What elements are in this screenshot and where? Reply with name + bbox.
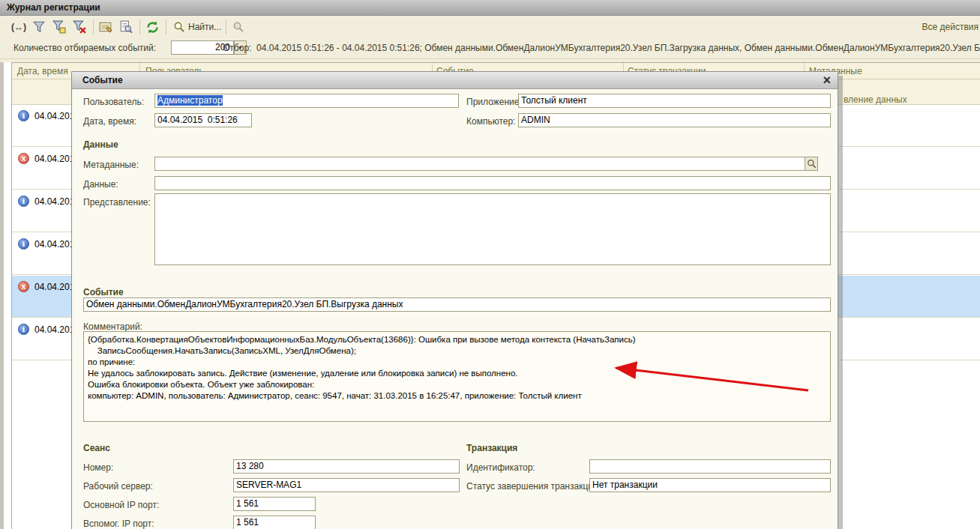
toolbar-separator [166, 19, 166, 34]
grid-left-margin [4, 62, 11, 529]
magnifier-icon [807, 159, 817, 169]
toolbar: (↔) Найти... Все действия [0, 16, 980, 37]
all-actions-button[interactable]: Все действия [922, 22, 979, 32]
application-label: Приложение: [466, 97, 522, 107]
user-value-selected: Администратор [157, 95, 223, 106]
main-port-field[interactable]: 1 561 [233, 497, 316, 511]
transaction-status-field[interactable]: Нет транзакции [589, 478, 831, 492]
transaction-id-field[interactable] [589, 459, 831, 474]
refresh-button[interactable] [144, 19, 160, 34]
funnel-edit-icon [52, 20, 66, 34]
toolbar-separator [226, 19, 226, 34]
transaction-section-header: Транзакция [466, 443, 517, 453]
selection-text: 04.04.2015 0:51:26 - 04.04.2015 0:51:26;… [256, 43, 980, 53]
presentation-label: Представление: [83, 197, 151, 208]
window-titlebar: Журнал регистрации [0, 0, 980, 16]
data-label: Данные: [83, 179, 118, 190]
count-label: Количество отбираемых событий: [13, 43, 156, 53]
comment-field[interactable]: {Обработка.КонвертацияОбъектовИнформацио… [83, 331, 831, 422]
datetime-field[interactable]: 04.04.2015 0:51:26 [154, 113, 252, 127]
transaction-status-label: Статус завершения транзакции: [466, 481, 601, 492]
close-icon[interactable]: × [823, 72, 831, 88]
search-icon [173, 21, 185, 33]
selection-label: Отбор: [223, 43, 251, 53]
refresh-icon [145, 20, 160, 34]
data-field[interactable] [154, 176, 831, 190]
computer-label: Компьютер: [466, 116, 515, 127]
clear-filter-button[interactable] [71, 19, 88, 34]
error-icon: x [18, 281, 29, 292]
server-field[interactable]: SERVER-MAG1 [233, 478, 460, 492]
main-port-label: Основной IP порт: [83, 500, 159, 510]
dialog-title: Событие [82, 75, 123, 85]
transaction-id-label: Идентификатор: [466, 462, 535, 473]
info-icon: i [18, 110, 29, 121]
toolbar-separator [139, 19, 140, 34]
window-title: Журнал регистрации [7, 2, 100, 13]
data-section-header: Данные [83, 139, 118, 150]
funnel-icon [32, 20, 46, 34]
event-section-header: Событие [83, 287, 124, 297]
computer-field[interactable]: ADMIN [518, 113, 831, 127]
funnel-clear-icon [73, 20, 86, 34]
column-header-date[interactable]: Дата, время [17, 66, 68, 76]
interval-icon: (↔) [11, 22, 26, 32]
application-field[interactable]: Толстый клиент [518, 94, 831, 108]
event-field[interactable]: Обмен данными.ОбменДалионУМБухгалтерия20… [83, 297, 831, 312]
card-icon [99, 20, 112, 34]
server-label: Рабочий сервер: [83, 481, 153, 492]
event-settings-button[interactable] [97, 19, 114, 34]
view-button[interactable] [118, 19, 134, 34]
datetime-label: Дата, время: [83, 116, 136, 127]
aux-port-field[interactable]: 1 561 [233, 516, 316, 529]
aux-port-label: Вспомог. IP порт: [83, 519, 154, 529]
session-section-header: Сеанс [83, 443, 110, 453]
selection-summary: Отбор: 04.04.2015 0:51:26 - 04.04.2015 0… [223, 43, 980, 53]
metadata-label: Метаданные: [83, 160, 139, 170]
user-field[interactable]: Администратор [154, 94, 459, 108]
dialog-titlebar: Событие × [72, 72, 838, 89]
document-magnifier-icon [119, 20, 133, 34]
cancel-search-button[interactable] [230, 19, 247, 34]
search-disabled-icon [232, 21, 244, 33]
find-button[interactable]: Найти... [173, 21, 221, 33]
set-filter-button[interactable] [31, 19, 47, 34]
interval-button[interactable]: (↔) [10, 19, 27, 34]
user-label: Пользователь: [83, 97, 144, 107]
filter-row: Количество отбираемых событий: 200 ▼ Отб… [0, 38, 980, 59]
info-icon: i [18, 238, 29, 250]
find-button-label: Найти... [188, 22, 221, 32]
session-number-field[interactable]: 13 280 [233, 459, 460, 474]
metadata-field[interactable] [154, 157, 805, 171]
filter-by-value-button[interactable] [51, 19, 67, 34]
session-number-label: Номер: [83, 462, 113, 473]
event-dialog: Событие × Пользователь: Администратор Пр… [71, 71, 838, 529]
app-window: Журнал регистрации (↔) Найти... [0, 0, 980, 529]
info-icon: i [18, 324, 29, 335]
comment-label: Комментарий: [83, 321, 142, 332]
info-icon: i [18, 196, 29, 207]
toolbar-separator [93, 19, 94, 34]
presentation-field[interactable] [154, 193, 831, 265]
metadata-search-button[interactable] [805, 157, 818, 171]
error-icon: x [18, 153, 29, 164]
subheader-fragment: вление данных [844, 94, 907, 105]
